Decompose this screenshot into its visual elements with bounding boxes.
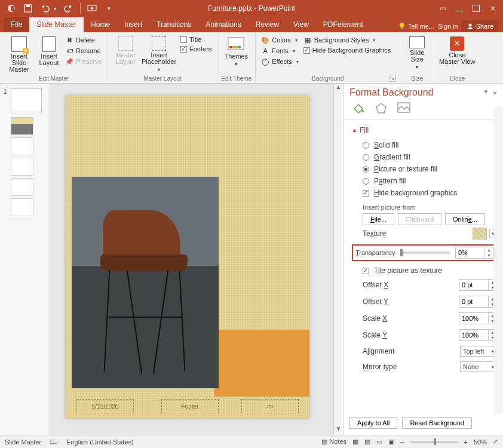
layout-thumbnail[interactable] xyxy=(11,178,33,196)
master-layout-button: Master Layout xyxy=(112,34,139,65)
group-edit-master: ✦Insert Slide Master Insert Layout ✖Dele… xyxy=(0,32,108,83)
date-placeholder[interactable]: 5/15/2020 xyxy=(76,399,134,413)
group-master-layout: Master Layout Insert Placeholder▾ Title … xyxy=(108,32,217,83)
ribbon-options-icon[interactable]: ▭ xyxy=(435,2,450,15)
colors-button[interactable]: 🎨Colors xyxy=(259,35,300,45)
tab-file[interactable]: File xyxy=(4,17,29,32)
footer-placeholder[interactable]: Footer xyxy=(161,399,219,413)
slide-canvas[interactable]: 5/15/2020 Footer ‹#› ▲▼ xyxy=(50,84,343,435)
view-normal-icon[interactable]: ▦ xyxy=(352,438,358,446)
online-button[interactable]: Online... xyxy=(445,213,485,225)
slide[interactable]: 5/15/2020 Footer ‹#› xyxy=(66,96,309,418)
insert-placeholder-button[interactable]: Insert Placeholder▾ xyxy=(140,34,177,73)
close-window-button[interactable]: × xyxy=(485,2,501,15)
slide-number-placeholder[interactable]: ‹#› xyxy=(241,399,299,413)
tab-home[interactable]: Home xyxy=(84,17,117,32)
reset-background-button[interactable]: Reset Background xyxy=(402,417,472,429)
scale-y-field[interactable]: ▲▼ xyxy=(459,329,497,341)
title-checkbox[interactable]: Title xyxy=(179,35,213,44)
background-styles-button[interactable]: ▦Background Styles xyxy=(302,35,392,45)
layout-thumbnail[interactable] xyxy=(11,158,33,176)
svg-rect-8 xyxy=(232,46,235,48)
mirror-label: Mirror type xyxy=(363,363,397,371)
background-launcher-icon[interactable]: ↘ xyxy=(389,75,396,82)
effects-tab-icon[interactable] xyxy=(375,102,388,115)
themes-button[interactable]: Themes▾ xyxy=(221,34,251,67)
fill-section-header[interactable]: ▲Fill xyxy=(352,126,497,134)
insert-slide-master-button[interactable]: ✦Insert Slide Master xyxy=(4,34,35,73)
delete-button[interactable]: ✖Delete xyxy=(63,35,104,45)
zoom-out-button[interactable]: − xyxy=(400,438,404,446)
zoom-in-button[interactable]: + xyxy=(464,438,468,446)
svg-marker-12 xyxy=(376,103,386,113)
pattern-fill-radio[interactable]: Pattern fill xyxy=(352,175,497,187)
tab-review[interactable]: Review xyxy=(249,17,286,32)
preserve-button[interactable]: 📌Preserve xyxy=(63,57,104,66)
fit-to-window-icon[interactable]: ⤢ xyxy=(493,438,498,446)
file-button[interactable]: File... xyxy=(363,213,394,225)
qat-start-show[interactable] xyxy=(84,2,100,15)
scale-x-field[interactable]: ▲▼ xyxy=(459,312,497,324)
fill-tab-icon[interactable] xyxy=(352,102,365,115)
tile-checkbox[interactable]: Tile picture as texture xyxy=(352,265,497,277)
status-language[interactable]: English (United States) xyxy=(66,438,134,446)
rename-button[interactable]: 🏷Rename xyxy=(63,46,104,56)
slide-size-button[interactable]: Slide Size▾ xyxy=(404,34,430,70)
thumbnail-pane[interactable]: 1 xyxy=(0,84,50,435)
view-reading-icon[interactable]: ▭ xyxy=(376,438,382,446)
alignment-combo[interactable]: Top left xyxy=(460,346,497,357)
sign-in[interactable]: Sign in xyxy=(438,23,458,30)
zoom-slider[interactable] xyxy=(410,441,458,443)
share-button[interactable]: Share xyxy=(462,20,498,32)
view-slideshow-icon[interactable]: ▣ xyxy=(388,438,394,446)
transparency-field[interactable]: ▲▼ xyxy=(455,247,493,259)
fonts-button[interactable]: AFonts xyxy=(259,46,300,56)
tell-me[interactable]: 💡 Tell me... xyxy=(398,23,434,30)
tab-pdfelement[interactable]: PDFelement xyxy=(316,17,370,32)
solid-fill-radio[interactable]: Solid fill xyxy=(352,139,497,151)
offset-x-field[interactable]: ▲▼ xyxy=(459,279,497,291)
pane-options-icon[interactable]: ▼ xyxy=(483,88,489,97)
layout-thumbnail[interactable] xyxy=(11,137,33,155)
status-bar: Slide Master 📖 English (United States) ▤… xyxy=(0,435,503,448)
qat-undo[interactable] xyxy=(37,2,53,15)
canvas-scrollbar[interactable]: ▲▼ xyxy=(333,84,343,435)
mirror-combo[interactable]: None xyxy=(460,361,497,372)
qat-redo[interactable] xyxy=(61,2,76,15)
pane-scrollbar[interactable] xyxy=(493,106,503,413)
spellcheck-icon[interactable]: 📖 xyxy=(50,438,58,446)
apply-to-all-button[interactable]: Apply to All xyxy=(349,417,397,429)
footers-checkbox[interactable]: Footers xyxy=(179,45,213,53)
tab-slide-master[interactable]: Slide Master xyxy=(29,17,84,32)
view-sorter-icon[interactable]: ▤ xyxy=(364,438,370,446)
pane-close-icon[interactable]: × xyxy=(492,88,497,97)
master-thumbnail[interactable] xyxy=(11,88,42,112)
layout-thumbnail[interactable] xyxy=(11,198,33,216)
gradient-fill-radio[interactable]: Gradient fill xyxy=(352,151,497,163)
picture-tab-icon[interactable] xyxy=(397,102,410,115)
effects-button[interactable]: ◯Effects xyxy=(259,57,300,66)
qat-undo-more[interactable]: ▾ xyxy=(54,2,60,15)
thumbnail-number: 1 xyxy=(4,88,8,95)
qat-save[interactable] xyxy=(20,2,36,15)
offset-y-field[interactable]: ▲▼ xyxy=(459,296,497,308)
picture-fill-radio[interactable]: Picture or texture fill xyxy=(352,163,497,175)
restore-button[interactable] xyxy=(468,2,484,15)
alignment-label: Alignment xyxy=(363,347,394,355)
minimize-button[interactable] xyxy=(452,2,467,15)
hide-bg-graphics-checkbox[interactable]: Hide Background Graphics xyxy=(302,46,392,54)
hide-bg-checkbox[interactable]: Hide background graphics xyxy=(352,187,497,199)
tab-transitions[interactable]: Transitions xyxy=(149,17,198,32)
title-bar: ▾ ▾ Furniture.pptx - PowerPoint ▭ × xyxy=(0,0,503,17)
qat-customize[interactable]: ▾ xyxy=(101,2,116,15)
tab-view[interactable]: View xyxy=(286,17,316,32)
transparency-slider[interactable] xyxy=(400,251,450,254)
close-master-view-button[interactable]: ×Close Master View xyxy=(438,34,476,65)
insert-layout-button[interactable]: Insert Layout xyxy=(36,34,62,66)
texture-swatch[interactable] xyxy=(473,228,487,240)
layout-thumbnail[interactable] xyxy=(11,117,33,135)
tab-animations[interactable]: Animations xyxy=(198,17,248,32)
zoom-value[interactable]: 50% xyxy=(474,438,487,446)
tab-insert[interactable]: Insert xyxy=(117,17,149,32)
notes-button[interactable]: ▤ Notes xyxy=(321,438,346,446)
